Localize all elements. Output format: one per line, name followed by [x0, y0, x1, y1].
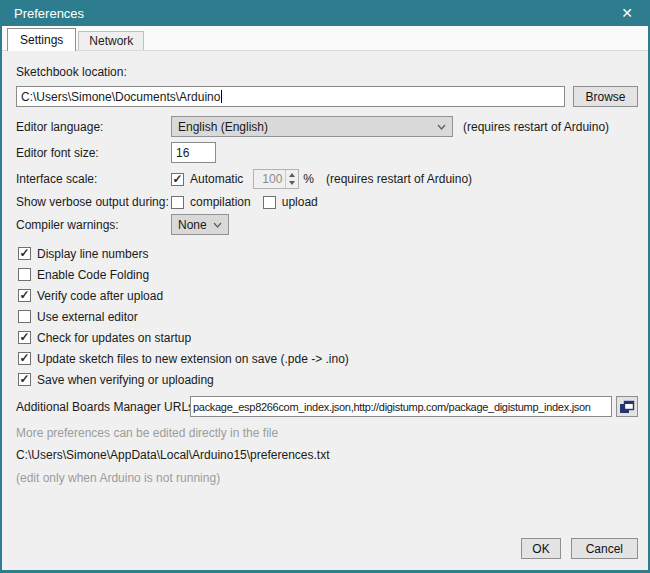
scale-restart-note: (requires restart of Arduino)	[326, 172, 472, 186]
sketchbook-location-label: Sketchbook location:	[16, 65, 638, 79]
ok-button-label: OK	[532, 542, 549, 556]
checkbox-label: Enable Code Folding	[37, 268, 149, 282]
window-title: Preferences	[14, 6, 616, 21]
options-list: Display line numbersEnable Code FoldingV…	[16, 243, 638, 390]
checkbox-label: Update sketch files to new extension on …	[37, 352, 349, 366]
editor-language-select[interactable]: English (English)	[171, 116, 453, 137]
boards-manager-urls-expand-button[interactable]	[616, 396, 638, 417]
editor-font-size-input[interactable]: 16	[171, 142, 216, 163]
option-row: Display line numbers	[18, 243, 638, 264]
option-row: Enable Code Folding	[18, 264, 638, 285]
automatic-checkbox-label: Automatic	[190, 172, 243, 186]
checkbox-label: Use external editor	[37, 310, 138, 324]
preferences-file-path: C:\Users\Simone\AppData\Local\Arduino15\…	[16, 448, 638, 462]
option-row: Use external editor	[18, 306, 638, 327]
option-row: Save when verifying or uploading	[18, 369, 638, 390]
close-icon[interactable]: ✕	[616, 5, 638, 21]
automatic-checkbox[interactable]	[171, 173, 184, 186]
ok-button[interactable]: OK	[521, 538, 560, 559]
verbose-output-label: Show verbose output during:	[16, 195, 171, 209]
interface-scale-label: Interface scale:	[16, 172, 171, 186]
editor-font-size-label: Editor font size:	[16, 146, 171, 160]
checkbox[interactable]	[18, 352, 31, 365]
settings-panel: Sketchbook location: C:\Users\Simone\Doc…	[2, 51, 648, 485]
boards-manager-urls-label: Additional Boards Manager URLs:	[16, 400, 190, 414]
editor-font-size-value: 16	[176, 146, 189, 160]
tab-network[interactable]: Network	[78, 31, 144, 50]
interface-scale-value: 100	[254, 172, 285, 186]
checkbox[interactable]	[18, 331, 31, 344]
checkbox[interactable]	[18, 247, 31, 260]
editor-language-value: English (English)	[178, 120, 268, 134]
spinner-down-icon[interactable]	[289, 181, 295, 185]
checkbox[interactable]	[18, 310, 31, 323]
checkbox[interactable]	[18, 268, 31, 281]
spinner-up-icon[interactable]	[289, 173, 295, 177]
compiler-warnings-value: None	[178, 218, 207, 232]
checkbox[interactable]	[18, 289, 31, 302]
editor-language-label: Editor language:	[16, 120, 171, 134]
boards-manager-urls-input[interactable]: package_esp8266com_index.json,http://dig…	[190, 396, 612, 417]
option-row: Check for updates on startup	[18, 327, 638, 348]
preferences-dialog: Preferences ✕ Settings Network Sketchboo…	[0, 0, 650, 573]
new-window-icon	[619, 400, 635, 414]
checkbox-label: Verify code after upload	[37, 289, 163, 303]
browse-button-label: Browse	[586, 90, 626, 104]
upload-checkbox[interactable]	[263, 196, 276, 209]
chevron-down-icon	[213, 222, 222, 228]
compilation-checkbox-label: compilation	[190, 195, 251, 209]
option-row: Verify code after upload	[18, 285, 638, 306]
browse-button[interactable]: Browse	[573, 86, 638, 107]
checkbox[interactable]	[18, 373, 31, 386]
sketchbook-location-input[interactable]: C:\Users\Simone\Documents\Arduino	[16, 86, 565, 107]
spinner-arrows[interactable]	[285, 170, 298, 188]
tab-network-label: Network	[89, 34, 133, 48]
more-preferences-text: More preferences can be edited directly …	[16, 426, 638, 440]
cancel-button[interactable]: Cancel	[571, 538, 638, 559]
boards-manager-urls-value: package_esp8266com_index.json,http://dig…	[193, 401, 591, 413]
sketchbook-location-value: C:\Users\Simone\Documents\Arduino	[21, 90, 220, 104]
tab-settings-label: Settings	[20, 33, 63, 47]
percent-sign: %	[303, 172, 314, 186]
checkbox-label: Save when verifying or uploading	[37, 373, 214, 387]
tab-settings[interactable]: Settings	[7, 28, 76, 51]
option-row: Update sketch files to new extension on …	[18, 348, 638, 369]
tabstrip: Settings Network	[2, 26, 648, 51]
chevron-down-icon	[437, 124, 446, 130]
upload-checkbox-label: upload	[282, 195, 318, 209]
compiler-warnings-select[interactable]: None	[171, 214, 229, 235]
checkbox-label: Display line numbers	[37, 247, 148, 261]
checkbox-label: Check for updates on startup	[37, 331, 191, 345]
compilation-checkbox[interactable]	[171, 196, 184, 209]
language-restart-note: (requires restart of Arduino)	[463, 120, 609, 134]
edit-only-note: (edit only when Arduino is not running)	[16, 471, 638, 485]
compiler-warnings-label: Compiler warnings:	[16, 218, 171, 232]
dialog-buttons: OK Cancel	[521, 538, 638, 559]
interface-scale-spinner[interactable]: 100	[253, 169, 299, 189]
text-caret	[221, 90, 222, 103]
titlebar[interactable]: Preferences ✕	[2, 0, 648, 26]
cancel-button-label: Cancel	[586, 542, 623, 556]
